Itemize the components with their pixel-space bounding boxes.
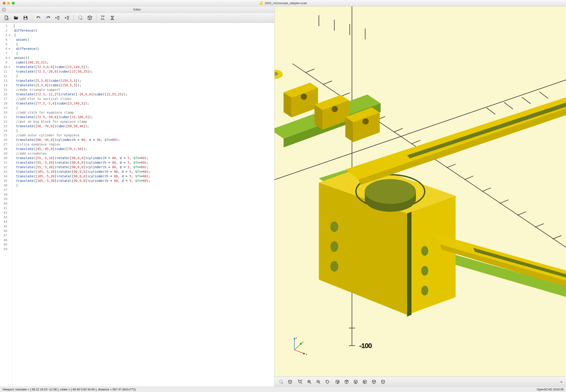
- export-stl-button[interactable]: STL: [99, 14, 107, 21]
- toolbar-separator: [74, 14, 74, 21]
- svg-line-76: [294, 344, 301, 350]
- svg-line-16: [447, 164, 456, 168]
- indent-icon: [64, 15, 70, 20]
- new-file-icon: [4, 15, 9, 20]
- open-folder-icon: [13, 15, 19, 20]
- editor-gutter: 1234567891011121314151617181920212223242…: [0, 23, 12, 387]
- export-stl-icon: STL: [100, 15, 105, 20]
- editor-pane-title: Editor: [0, 8, 274, 11]
- save-icon: [23, 15, 28, 20]
- svg-marker-59: [407, 212, 411, 317]
- svg-text:STL: STL: [101, 18, 105, 20]
- preview-icon: [77, 15, 83, 20]
- code-editor[interactable]: 1234567891011121314151617181920212223242…: [0, 23, 274, 387]
- svg-point-3: [79, 16, 82, 19]
- 3d-scene: -100: [275, 6, 566, 377]
- window-title: 2020_microscope_adapter.scad: [0, 1, 566, 5]
- svg-point-61: [330, 241, 338, 252]
- svg-point-44: [331, 106, 338, 112]
- cube-face-icon: [353, 379, 358, 384]
- svg-line-27: [487, 108, 495, 114]
- view-right-button[interactable]: [333, 378, 342, 385]
- viewer-render-button[interactable]: [286, 378, 294, 385]
- svg-line-18: [482, 188, 491, 191]
- axis-x-label: x: [306, 353, 307, 356]
- axis-z-label: z: [296, 336, 297, 339]
- svg-line-9: [323, 81, 332, 84]
- svg-rect-2: [24, 18, 27, 19]
- svg-line-21: [535, 224, 544, 227]
- viewer-pane: -100: [275, 6, 566, 387]
- reset-view-button[interactable]: [323, 378, 331, 385]
- app-version-text: OpenSCAD 2019.05: [536, 388, 564, 391]
- model-track-pieces: [275, 70, 381, 148]
- view-bottom-button[interactable]: [352, 378, 360, 385]
- cube-face-icon: [335, 379, 340, 384]
- undo-button[interactable]: [34, 14, 43, 21]
- cube-icon: [288, 379, 293, 384]
- svg-marker-55: [407, 196, 456, 315]
- cube-face-icon: [381, 379, 386, 384]
- cube-face-icon: [362, 379, 367, 384]
- unindent-button[interactable]: [54, 14, 62, 21]
- window-title-text: 2020_microscope_adapter.scad: [265, 1, 307, 5]
- view-front-button[interactable]: [370, 378, 378, 385]
- svg-point-48: [362, 118, 369, 125]
- view-back-button[interactable]: [379, 378, 387, 385]
- svg-line-20: [517, 212, 526, 215]
- editor-pane: ✕ Editor: [0, 6, 275, 387]
- svg-point-65: [421, 286, 428, 295]
- svg-line-19: [500, 200, 508, 203]
- svg-line-8: [306, 69, 314, 72]
- zoom-out-icon: [316, 379, 321, 384]
- svg-line-22: [552, 236, 561, 239]
- toolbar-separator: [96, 14, 96, 21]
- svg-text:-100: -100: [359, 342, 372, 349]
- svg-line-13: [394, 128, 403, 132]
- zoom-fit-icon: [298, 379, 303, 384]
- unindent-icon: [55, 15, 60, 20]
- zoom-out-button[interactable]: [314, 378, 322, 385]
- axis-y-label: y: [302, 341, 303, 343]
- 3d-viewport[interactable]: -100: [275, 6, 566, 377]
- zoom-in-icon: [307, 379, 312, 384]
- svg-point-79: [298, 380, 301, 383]
- zoom-in-button[interactable]: [305, 378, 313, 385]
- redo-icon: [45, 15, 51, 20]
- svg-line-28: [504, 102, 513, 109]
- preview-button[interactable]: [76, 14, 84, 21]
- printer-icon: [110, 15, 115, 20]
- zoom-fit-button[interactable]: [296, 378, 304, 385]
- svg-line-30: [539, 92, 548, 98]
- indent-button[interactable]: [63, 14, 71, 21]
- send-to-print-button[interactable]: [108, 14, 117, 21]
- redo-button[interactable]: [44, 14, 52, 21]
- openscad-file-icon: [259, 1, 263, 5]
- view-left-button[interactable]: [361, 378, 369, 385]
- code-area[interactable]: difference(){ union() { difference() {un…: [12, 23, 274, 387]
- render-button[interactable]: [86, 14, 94, 21]
- svg-point-60: [330, 222, 338, 232]
- svg-point-64: [421, 266, 428, 276]
- save-file-button[interactable]: [21, 14, 30, 21]
- cube-face-icon: [372, 379, 376, 384]
- svg-rect-1: [24, 16, 26, 17]
- svg-point-63: [421, 246, 428, 256]
- svg-line-74: [294, 350, 304, 353]
- viewer-preview-button[interactable]: [277, 378, 285, 385]
- viewport-status-text: Viewport: translate = [ 56.22 19.03 -12.…: [2, 388, 136, 391]
- viewer-toolbar: »: [275, 377, 566, 387]
- svg-line-10: [341, 93, 350, 96]
- axis-gizmo: z x y: [288, 336, 309, 356]
- svg-point-58: [365, 179, 416, 204]
- new-file-button[interactable]: [2, 14, 11, 21]
- open-file-button[interactable]: [12, 14, 20, 21]
- model-main-block: [319, 165, 456, 317]
- view-top-button[interactable]: [343, 378, 351, 385]
- preview-icon: [278, 379, 283, 384]
- svg-line-14: [412, 140, 420, 144]
- svg-point-78: [279, 380, 282, 383]
- main-split: ✕ Editor: [0, 6, 566, 387]
- toolbar-overflow-button[interactable]: »: [559, 380, 564, 384]
- window-titlebar: 2020_microscope_adapter.scad: [0, 0, 566, 6]
